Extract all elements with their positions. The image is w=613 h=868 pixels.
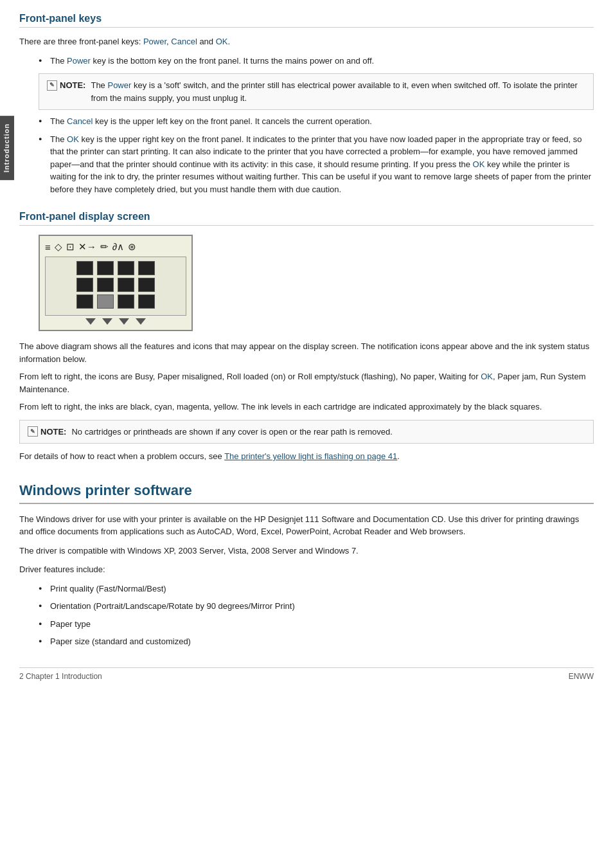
no-paper-icon: ✕→ [78,241,96,253]
ok-text-2: OK [473,159,485,169]
note-label: ✎ NOTE: [47,79,85,92]
cancel-link[interactable]: Cancel [171,37,197,46]
display-row-2 [49,278,182,292]
list-item: The OK key is the upper right key on the… [39,133,594,196]
footer-left: 2 Chapter 1 Introduction [19,672,102,681]
footer-right: ENWW [569,672,594,681]
list-item: Print quality (Fast/Normal/Best) [39,583,594,595]
ink-cell [118,294,134,309]
ok-link[interactable]: OK [216,37,228,46]
paper-jam-icon: ∂∧ [112,241,124,253]
triangle-4 [136,318,146,325]
ink-cell [76,294,93,309]
ink-cell [97,261,114,275]
display-link-para: For details of how to react when a probl… [19,450,594,463]
ink-cell [118,278,134,292]
power-text: Power [67,56,91,66]
list-item: The Cancel key is the upper left key on … [39,115,594,128]
list-item: Orientation (Portrait/Landscape/Rotate b… [39,600,594,613]
windows-software-title: Windows printer software [19,482,594,504]
note-icon-2: ✎ [28,426,38,437]
ink-cell [138,261,155,275]
display-bottom-row [45,318,186,325]
ok-text: OK [67,134,79,144]
list-item: The Power key is the bottom key on the f… [39,55,594,68]
front-panel-keys-intro: There are three front-panel keys: Power,… [19,35,594,48]
ink-cell [97,278,114,292]
roll-icon: ⊡ [66,241,75,253]
front-panel-display-title: Front-panel display screen [19,211,594,226]
display-para-2: From left to right, the icons are Busy, … [19,370,594,395]
display-top-row: ≡ ◇ ⊡ ✕→ ✏ ∂∧ ⊛ [45,241,186,253]
list-item: Paper type [39,618,594,631]
section-front-panel-keys: Front-panel keys There are three front-p… [19,13,594,195]
front-panel-keys-title: Front-panel keys [19,13,594,28]
front-panel-keys-list: The Power key is the bottom key on the f… [39,55,594,68]
cancel-text: Cancel [67,116,93,126]
note-box-display: ✎ NOTE: No cartridges or printheads are … [19,420,594,444]
yellow-light-link[interactable]: The printer's yellow light is flashing o… [224,451,397,461]
busy-icon: ≡ [45,242,51,253]
ink-cell [118,261,134,275]
display-para-3: From left to right, the inks are black, … [19,401,594,413]
ok-para2: OK [481,372,493,381]
triangle-3 [119,318,129,325]
note-label-2: ✎ NOTE: [28,426,66,439]
display-diagram: ≡ ◇ ⊡ ✕→ ✏ ∂∧ ⊛ [39,235,193,331]
note-text-2: No cartridges or printheads are shown if… [71,426,392,439]
display-grid-area [45,257,186,316]
display-para-1: The above diagram shows all the features… [19,340,594,365]
paper-misaligned-icon: ◇ [55,241,62,253]
ink-cell [138,278,155,292]
section-front-panel-display: Front-panel display screen ≡ ◇ ⊡ ✕→ ✏ ∂∧… [19,211,594,463]
page-content: Front-panel keys There are three front-p… [19,0,594,707]
front-panel-keys-list-2: The Cancel key is the upper left key on … [39,115,594,195]
note-icon: ✎ [47,80,57,91]
windows-para-3: Driver features include: [19,563,594,576]
side-tab: Introduction [0,116,14,180]
driver-features-list: Print quality (Fast/Normal/Best) Orienta… [39,583,594,648]
triangle-1 [85,318,96,325]
page-footer: 2 Chapter 1 Introduction ENWW [19,667,594,681]
display-row-1 [49,261,182,275]
waiting-icon: ✏ [100,241,109,253]
note-box-power: ✎ NOTE: The Power key is a 'soft' switch… [39,73,594,110]
maintenance-icon: ⊛ [128,241,136,253]
section-windows-software: Windows printer software The Windows dri… [19,482,594,648]
ink-cell [138,294,155,309]
windows-para-2: The driver is compatible with Windows XP… [19,545,594,557]
ink-cell [76,278,93,292]
ink-cell [97,294,114,309]
display-row-3 [49,294,182,309]
triangle-2 [102,318,112,325]
note-text: The Power key is a 'soft' switch, and th… [91,79,585,104]
power-note-link: Power [107,80,131,90]
list-item: Paper size (standard and customized) [39,635,594,648]
power-link[interactable]: Power [143,37,166,46]
windows-para-1: The Windows driver for use with your pri… [19,513,594,538]
ink-cell [76,261,93,275]
